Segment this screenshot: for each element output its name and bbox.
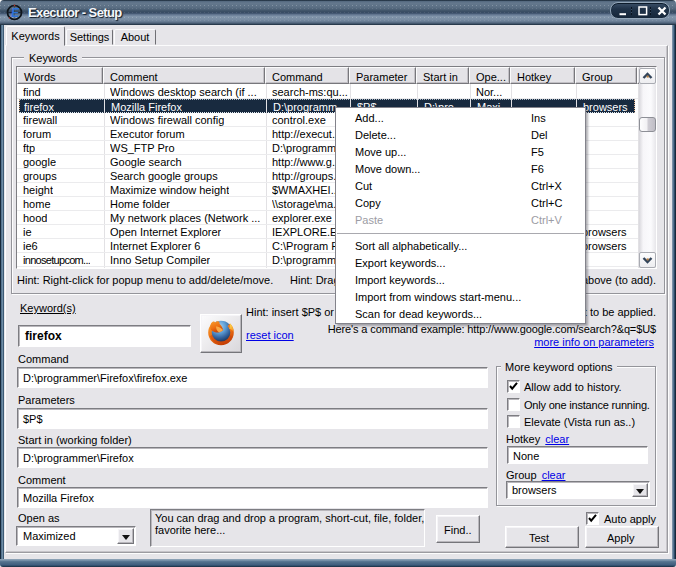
svg-text:E: E [11,6,20,20]
